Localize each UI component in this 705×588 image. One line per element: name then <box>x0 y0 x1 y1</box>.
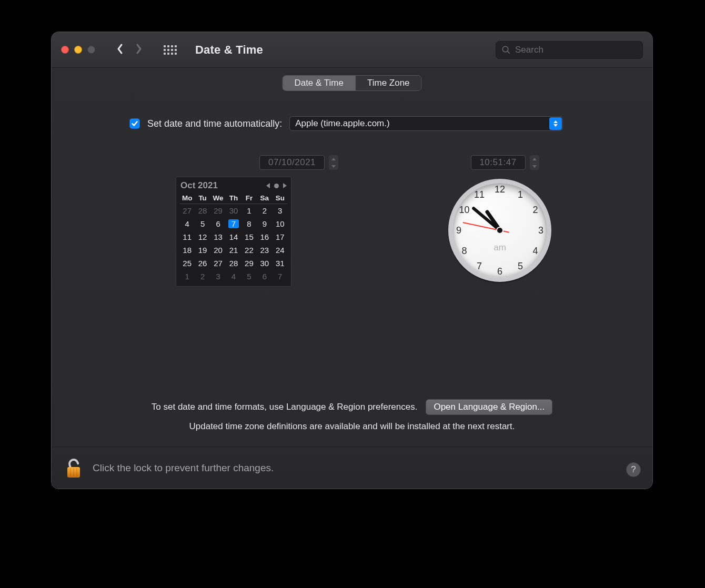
calendar-day[interactable]: 4 <box>226 270 241 283</box>
tab-bar: Date & Time Time Zone <box>282 75 421 91</box>
calendar-day[interactable]: 26 <box>195 257 210 270</box>
forward-button <box>134 43 144 57</box>
analog-clock: am 121234567891011 <box>448 179 551 282</box>
fields-row: 07/10/2021 Oct 2021 MoTuWeThFrSaSu272829… <box>176 155 568 287</box>
calendar-day[interactable]: 3 <box>210 270 226 283</box>
auto-set-label: Set date and time automatically: <box>147 118 282 129</box>
minimize-window-button[interactable] <box>74 46 82 54</box>
calendar-day[interactable]: 2 <box>257 204 272 217</box>
auto-set-checkbox[interactable] <box>129 118 140 129</box>
calendar-day[interactable]: 28 <box>195 204 210 217</box>
calendar-day[interactable]: 27 <box>179 204 195 217</box>
calendar-day[interactable]: 8 <box>241 217 257 230</box>
calendar-day[interactable]: 1 <box>241 204 257 217</box>
time-stepper[interactable] <box>529 155 540 170</box>
calendar-day[interactable]: 25 <box>179 257 195 270</box>
calendar-day[interactable]: 31 <box>273 257 288 270</box>
clock-number: 6 <box>497 266 502 277</box>
clock-number: 5 <box>518 260 523 271</box>
calendar[interactable]: Oct 2021 MoTuWeThFrSaSu27282930123456789… <box>176 177 291 287</box>
tab-time-zone[interactable]: Time Zone <box>356 76 421 90</box>
calendar-day[interactable]: 9 <box>257 217 272 230</box>
open-language-region-button[interactable]: Open Language & Region... <box>426 399 552 415</box>
calendar-prev-icon[interactable] <box>266 183 270 188</box>
lock-bar: Click the lock to prevent further change… <box>52 447 652 489</box>
calendar-day[interactable]: 30 <box>226 204 241 217</box>
calendar-day[interactable]: 2 <box>195 270 210 283</box>
calendar-day[interactable]: 10 <box>273 217 288 230</box>
stepper-down-icon <box>329 163 338 170</box>
date-field-group: 07/10/2021 <box>184 155 339 170</box>
calendar-dow: Th <box>226 193 241 204</box>
tz-update-text: Updated time zone definitions are availa… <box>189 421 515 432</box>
back-button[interactable] <box>115 43 125 57</box>
time-server-value: Apple (time.apple.com.) <box>295 118 390 129</box>
svg-point-0 <box>502 46 508 52</box>
clock-number: 8 <box>461 246 467 257</box>
calendar-day[interactable]: 28 <box>226 257 241 270</box>
combobox-caret-icon <box>549 117 562 130</box>
calendar-day[interactable]: 5 <box>241 270 257 283</box>
calendar-today-icon[interactable] <box>274 184 279 188</box>
calendar-day[interactable]: 5 <box>195 217 210 230</box>
calendar-day[interactable]: 14 <box>226 230 241 244</box>
calendar-day[interactable]: 1 <box>179 270 195 283</box>
clock-number: 2 <box>533 205 538 216</box>
date-column: 07/10/2021 Oct 2021 MoTuWeThFrSaSu272829… <box>176 155 339 287</box>
calendar-day[interactable]: 15 <box>241 230 257 244</box>
calendar-day[interactable]: 11 <box>179 230 195 244</box>
calendar-dow: Sa <box>257 193 272 204</box>
close-window-button[interactable] <box>61 46 69 54</box>
search-field[interactable]: Search <box>496 41 643 59</box>
time-input[interactable]: 10:51:47 <box>471 155 526 170</box>
content-area: Date & Time Time Zone Set date and time … <box>52 68 652 447</box>
calendar-day[interactable]: 4 <box>179 217 195 230</box>
calendar-day[interactable]: 6 <box>257 270 272 283</box>
clock-number: 10 <box>459 205 469 216</box>
format-hint-text: To set date and time formats, use Langua… <box>152 402 418 412</box>
calendar-day[interactable]: 20 <box>210 244 226 257</box>
clock-number: 11 <box>474 189 485 200</box>
calendar-dow: Fr <box>241 193 257 204</box>
calendar-day[interactable]: 30 <box>257 257 272 270</box>
calendar-day[interactable]: 29 <box>241 257 257 270</box>
calendar-day[interactable]: 13 <box>210 230 226 244</box>
clock-number: 7 <box>477 260 482 271</box>
lock-text: Click the lock to prevent further change… <box>93 462 274 474</box>
prefs-window: Date & Time Search Date & Time Time Zone… <box>51 32 653 489</box>
calendar-day[interactable]: 24 <box>273 244 288 257</box>
titlebar: Date & Time Search <box>52 32 652 68</box>
calendar-next-icon[interactable] <box>283 183 287 188</box>
calendar-day[interactable]: 29 <box>210 204 226 217</box>
tab-date-time[interactable]: Date & Time <box>283 76 356 90</box>
calendar-day[interactable]: 19 <box>195 244 210 257</box>
footer-row-format: To set date and time formats, use Langua… <box>152 399 552 415</box>
footer-area: To set date and time formats, use Langua… <box>52 399 652 432</box>
calendar-day[interactable]: 7 <box>226 217 241 230</box>
calendar-day[interactable]: 12 <box>195 230 210 244</box>
clock-number: 3 <box>538 225 543 236</box>
calendar-day[interactable]: 21 <box>226 244 241 257</box>
svg-line-1 <box>508 51 510 53</box>
show-all-icon[interactable] <box>164 44 176 56</box>
calendar-day[interactable]: 23 <box>257 244 272 257</box>
nav-arrows <box>115 43 144 57</box>
calendar-day[interactable]: 22 <box>241 244 257 257</box>
calendar-day[interactable]: 3 <box>273 204 288 217</box>
calendar-day[interactable]: 7 <box>273 270 288 283</box>
time-column: 10:51:47 am 121234567891011 <box>431 155 568 282</box>
calendar-day[interactable]: 16 <box>257 230 272 244</box>
calendar-nav <box>266 183 287 188</box>
calendar-day[interactable]: 17 <box>273 230 288 244</box>
date-stepper[interactable] <box>328 155 339 170</box>
time-server-combobox[interactable]: Apple (time.apple.com.) <box>289 116 563 131</box>
date-input[interactable]: 07/10/2021 <box>259 155 325 170</box>
calendar-day[interactable]: 6 <box>210 217 226 230</box>
lock-icon[interactable] <box>64 457 83 480</box>
search-placeholder: Search <box>515 45 543 55</box>
calendar-day[interactable]: 18 <box>179 244 195 257</box>
calendar-dow: Mo <box>179 193 195 204</box>
clock-number: 12 <box>495 184 505 195</box>
calendar-day[interactable]: 27 <box>210 257 226 270</box>
help-button[interactable]: ? <box>626 462 641 477</box>
